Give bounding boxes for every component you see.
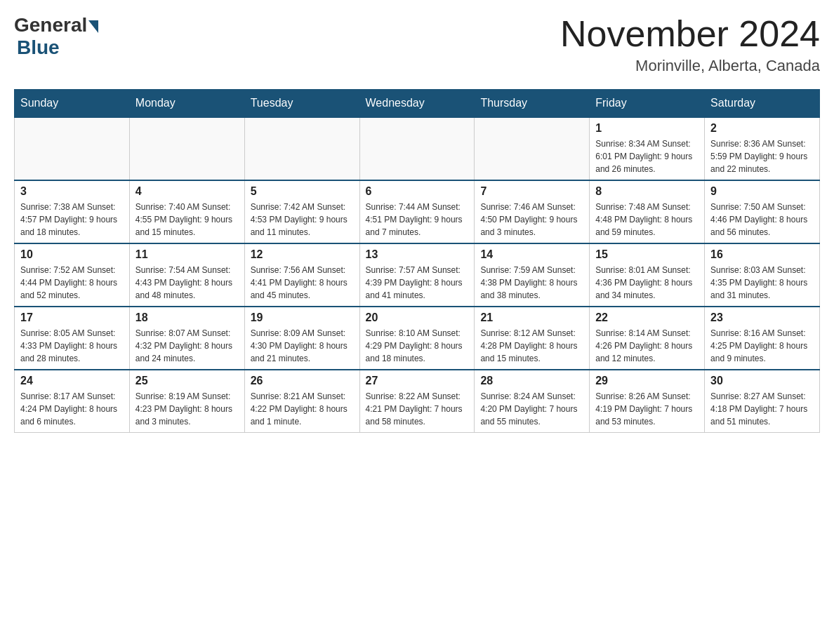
calendar-cell (359, 117, 475, 180)
day-info: Sunrise: 8:17 AM Sunset: 4:24 PM Dayligh… (20, 390, 124, 428)
day-info: Sunrise: 7:54 AM Sunset: 4:43 PM Dayligh… (135, 264, 239, 302)
day-of-week-header: Thursday (475, 90, 590, 118)
calendar-cell: 2Sunrise: 8:36 AM Sunset: 5:59 PM Daylig… (705, 117, 820, 180)
day-info: Sunrise: 8:26 AM Sunset: 4:19 PM Dayligh… (595, 390, 699, 428)
calendar-cell (475, 117, 590, 180)
day-number: 20 (366, 311, 469, 324)
day-info: Sunrise: 7:57 AM Sunset: 4:39 PM Dayligh… (366, 264, 469, 302)
day-info: Sunrise: 7:56 AM Sunset: 4:41 PM Dayligh… (251, 264, 354, 302)
day-number: 23 (710, 311, 814, 324)
day-info: Sunrise: 8:09 AM Sunset: 4:30 PM Dayligh… (251, 327, 354, 365)
day-number: 4 (135, 185, 239, 198)
calendar-week-row: 1Sunrise: 8:34 AM Sunset: 6:01 PM Daylig… (15, 117, 820, 180)
calendar-cell: 1Sunrise: 8:34 AM Sunset: 6:01 PM Daylig… (590, 117, 705, 180)
day-info: Sunrise: 8:19 AM Sunset: 4:23 PM Dayligh… (135, 390, 239, 428)
day-info: Sunrise: 8:12 AM Sunset: 4:28 PM Dayligh… (480, 327, 583, 365)
day-number: 12 (251, 248, 354, 261)
calendar-cell: 26Sunrise: 8:21 AM Sunset: 4:22 PM Dayli… (244, 370, 359, 433)
day-number: 27 (366, 375, 469, 387)
day-number: 29 (595, 375, 699, 387)
calendar-cell: 29Sunrise: 8:26 AM Sunset: 4:19 PM Dayli… (590, 370, 705, 433)
day-info: Sunrise: 8:22 AM Sunset: 4:21 PM Dayligh… (366, 390, 469, 428)
calendar-header-row: SundayMondayTuesdayWednesdayThursdayFrid… (15, 90, 820, 118)
day-info: Sunrise: 7:48 AM Sunset: 4:48 PM Dayligh… (595, 201, 699, 239)
day-number: 18 (135, 311, 239, 324)
calendar-cell: 5Sunrise: 7:42 AM Sunset: 4:53 PM Daylig… (244, 180, 359, 243)
calendar-cell: 14Sunrise: 7:59 AM Sunset: 4:38 PM Dayli… (475, 243, 590, 307)
day-number: 30 (710, 375, 814, 387)
day-number: 28 (480, 375, 583, 387)
calendar-cell (15, 117, 130, 180)
day-info: Sunrise: 8:21 AM Sunset: 4:22 PM Dayligh… (251, 390, 354, 428)
day-number: 10 (20, 248, 124, 261)
calendar-cell (129, 117, 244, 180)
day-info: Sunrise: 7:52 AM Sunset: 4:44 PM Dayligh… (20, 264, 124, 302)
day-info: Sunrise: 8:05 AM Sunset: 4:33 PM Dayligh… (20, 327, 124, 365)
day-info: Sunrise: 8:36 AM Sunset: 5:59 PM Dayligh… (710, 137, 814, 175)
calendar-week-row: 17Sunrise: 8:05 AM Sunset: 4:33 PM Dayli… (15, 307, 820, 370)
day-number: 3 (20, 185, 124, 198)
calendar-table: SundayMondayTuesdayWednesdayThursdayFrid… (14, 89, 820, 433)
calendar-cell: 17Sunrise: 8:05 AM Sunset: 4:33 PM Dayli… (15, 307, 130, 370)
page-header: General Blue November 2024 Morinville, A… (14, 14, 820, 75)
day-of-week-header: Friday (590, 90, 705, 118)
day-number: 15 (595, 248, 699, 261)
calendar-cell (244, 117, 359, 180)
calendar-title: November 2024 (560, 14, 820, 54)
day-info: Sunrise: 7:40 AM Sunset: 4:55 PM Dayligh… (135, 201, 239, 239)
day-of-week-header: Wednesday (359, 90, 475, 118)
day-number: 9 (710, 185, 814, 198)
calendar-cell: 21Sunrise: 8:12 AM Sunset: 4:28 PM Dayli… (475, 307, 590, 370)
day-number: 26 (251, 375, 354, 387)
day-info: Sunrise: 8:34 AM Sunset: 6:01 PM Dayligh… (595, 137, 699, 175)
day-number: 7 (480, 185, 583, 198)
day-number: 25 (135, 375, 239, 387)
calendar-cell: 10Sunrise: 7:52 AM Sunset: 4:44 PM Dayli… (15, 243, 130, 307)
day-info: Sunrise: 8:16 AM Sunset: 4:25 PM Dayligh… (710, 327, 814, 365)
day-number: 16 (710, 248, 814, 261)
day-info: Sunrise: 7:46 AM Sunset: 4:50 PM Dayligh… (480, 201, 583, 239)
day-info: Sunrise: 7:50 AM Sunset: 4:46 PM Dayligh… (710, 201, 814, 239)
calendar-cell: 7Sunrise: 7:46 AM Sunset: 4:50 PM Daylig… (475, 180, 590, 243)
title-section: November 2024 Morinville, Alberta, Canad… (560, 14, 820, 75)
calendar-location: Morinville, Alberta, Canada (560, 57, 820, 75)
day-info: Sunrise: 7:42 AM Sunset: 4:53 PM Dayligh… (251, 201, 354, 239)
day-info: Sunrise: 8:14 AM Sunset: 4:26 PM Dayligh… (595, 327, 699, 365)
calendar-cell: 16Sunrise: 8:03 AM Sunset: 4:35 PM Dayli… (705, 243, 820, 307)
logo-blue-text: Blue (17, 36, 60, 59)
calendar-cell: 13Sunrise: 7:57 AM Sunset: 4:39 PM Dayli… (359, 243, 475, 307)
day-info: Sunrise: 8:01 AM Sunset: 4:36 PM Dayligh… (595, 264, 699, 302)
day-info: Sunrise: 8:03 AM Sunset: 4:35 PM Dayligh… (710, 264, 814, 302)
calendar-cell: 22Sunrise: 8:14 AM Sunset: 4:26 PM Dayli… (590, 307, 705, 370)
calendar-cell: 11Sunrise: 7:54 AM Sunset: 4:43 PM Dayli… (129, 243, 244, 307)
day-info: Sunrise: 7:59 AM Sunset: 4:38 PM Dayligh… (480, 264, 583, 302)
day-number: 8 (595, 185, 699, 198)
day-info: Sunrise: 8:27 AM Sunset: 4:18 PM Dayligh… (710, 390, 814, 428)
calendar-cell: 12Sunrise: 7:56 AM Sunset: 4:41 PM Dayli… (244, 243, 359, 307)
day-number: 1 (595, 122, 699, 135)
calendar-week-row: 3Sunrise: 7:38 AM Sunset: 4:57 PM Daylig… (15, 180, 820, 243)
day-of-week-header: Tuesday (244, 90, 359, 118)
day-of-week-header: Sunday (15, 90, 130, 118)
calendar-cell: 30Sunrise: 8:27 AM Sunset: 4:18 PM Dayli… (705, 370, 820, 433)
calendar-cell: 25Sunrise: 8:19 AM Sunset: 4:23 PM Dayli… (129, 370, 244, 433)
day-of-week-header: Monday (129, 90, 244, 118)
calendar-cell: 15Sunrise: 8:01 AM Sunset: 4:36 PM Dayli… (590, 243, 705, 307)
day-number: 21 (480, 311, 583, 324)
day-number: 24 (20, 375, 124, 387)
day-of-week-header: Saturday (705, 90, 820, 118)
calendar-cell: 18Sunrise: 8:07 AM Sunset: 4:32 PM Dayli… (129, 307, 244, 370)
day-number: 11 (135, 248, 239, 261)
calendar-week-row: 24Sunrise: 8:17 AM Sunset: 4:24 PM Dayli… (15, 370, 820, 433)
day-number: 2 (710, 122, 814, 135)
calendar-cell: 8Sunrise: 7:48 AM Sunset: 4:48 PM Daylig… (590, 180, 705, 243)
logo-general-text: General (14, 14, 87, 36)
calendar-cell: 3Sunrise: 7:38 AM Sunset: 4:57 PM Daylig… (15, 180, 130, 243)
day-number: 5 (251, 185, 354, 198)
calendar-cell: 19Sunrise: 8:09 AM Sunset: 4:30 PM Dayli… (244, 307, 359, 370)
day-number: 13 (366, 248, 469, 261)
logo: General Blue (14, 14, 98, 59)
calendar-cell: 27Sunrise: 8:22 AM Sunset: 4:21 PM Dayli… (359, 370, 475, 433)
calendar-cell: 24Sunrise: 8:17 AM Sunset: 4:24 PM Dayli… (15, 370, 130, 433)
calendar-cell: 4Sunrise: 7:40 AM Sunset: 4:55 PM Daylig… (129, 180, 244, 243)
